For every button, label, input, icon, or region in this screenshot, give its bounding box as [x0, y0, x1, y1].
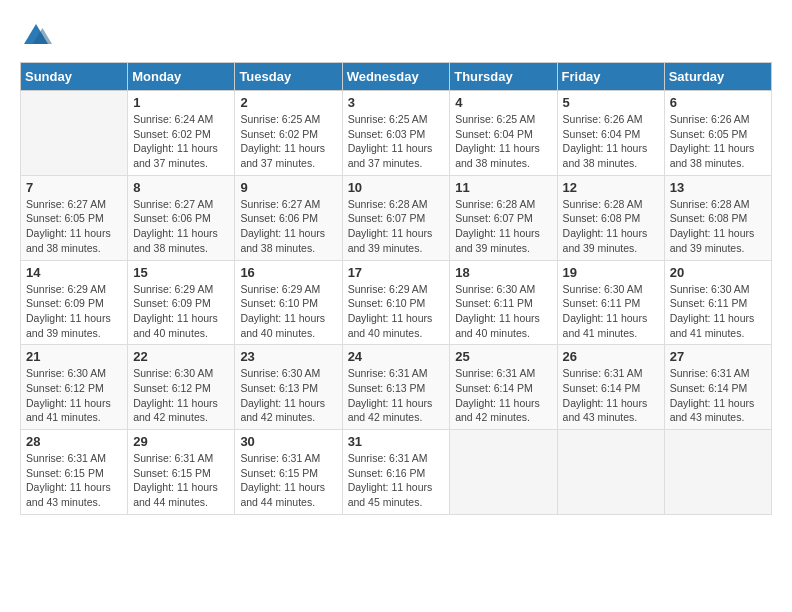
- calendar-cell: 13Sunrise: 6:28 AMSunset: 6:08 PMDayligh…: [664, 175, 771, 260]
- day-header-saturday: Saturday: [664, 63, 771, 91]
- day-number: 9: [240, 180, 336, 195]
- logo-icon: [20, 20, 52, 52]
- calendar-cell: 10Sunrise: 6:28 AMSunset: 6:07 PMDayligh…: [342, 175, 450, 260]
- calendar-cell: 20Sunrise: 6:30 AMSunset: 6:11 PMDayligh…: [664, 260, 771, 345]
- day-number: 7: [26, 180, 122, 195]
- calendar-week-row: 1Sunrise: 6:24 AMSunset: 6:02 PMDaylight…: [21, 91, 772, 176]
- day-number: 31: [348, 434, 445, 449]
- day-info: Sunrise: 6:27 AMSunset: 6:06 PMDaylight:…: [133, 197, 229, 256]
- calendar-cell: 5Sunrise: 6:26 AMSunset: 6:04 PMDaylight…: [557, 91, 664, 176]
- day-number: 5: [563, 95, 659, 110]
- calendar-cell: 9Sunrise: 6:27 AMSunset: 6:06 PMDaylight…: [235, 175, 342, 260]
- page-header: [20, 20, 772, 52]
- day-info: Sunrise: 6:25 AMSunset: 6:04 PMDaylight:…: [455, 112, 551, 171]
- day-number: 18: [455, 265, 551, 280]
- day-number: 8: [133, 180, 229, 195]
- calendar-cell: 18Sunrise: 6:30 AMSunset: 6:11 PMDayligh…: [450, 260, 557, 345]
- calendar-cell: 17Sunrise: 6:29 AMSunset: 6:10 PMDayligh…: [342, 260, 450, 345]
- day-number: 1: [133, 95, 229, 110]
- day-header-monday: Monday: [128, 63, 235, 91]
- day-number: 21: [26, 349, 122, 364]
- day-info: Sunrise: 6:31 AMSunset: 6:16 PMDaylight:…: [348, 451, 445, 510]
- calendar-cell: 7Sunrise: 6:27 AMSunset: 6:05 PMDaylight…: [21, 175, 128, 260]
- day-info: Sunrise: 6:25 AMSunset: 6:02 PMDaylight:…: [240, 112, 336, 171]
- day-info: Sunrise: 6:31 AMSunset: 6:15 PMDaylight:…: [240, 451, 336, 510]
- day-header-thursday: Thursday: [450, 63, 557, 91]
- day-info: Sunrise: 6:30 AMSunset: 6:12 PMDaylight:…: [133, 366, 229, 425]
- day-number: 10: [348, 180, 445, 195]
- day-number: 24: [348, 349, 445, 364]
- calendar-cell: 28Sunrise: 6:31 AMSunset: 6:15 PMDayligh…: [21, 430, 128, 515]
- day-number: 20: [670, 265, 766, 280]
- day-info: Sunrise: 6:29 AMSunset: 6:10 PMDaylight:…: [348, 282, 445, 341]
- day-number: 3: [348, 95, 445, 110]
- calendar-cell: 14Sunrise: 6:29 AMSunset: 6:09 PMDayligh…: [21, 260, 128, 345]
- day-info: Sunrise: 6:29 AMSunset: 6:09 PMDaylight:…: [133, 282, 229, 341]
- day-number: 12: [563, 180, 659, 195]
- calendar-cell: 23Sunrise: 6:30 AMSunset: 6:13 PMDayligh…: [235, 345, 342, 430]
- calendar-week-row: 28Sunrise: 6:31 AMSunset: 6:15 PMDayligh…: [21, 430, 772, 515]
- calendar-cell: 15Sunrise: 6:29 AMSunset: 6:09 PMDayligh…: [128, 260, 235, 345]
- day-number: 17: [348, 265, 445, 280]
- day-info: Sunrise: 6:29 AMSunset: 6:10 PMDaylight:…: [240, 282, 336, 341]
- day-info: Sunrise: 6:24 AMSunset: 6:02 PMDaylight:…: [133, 112, 229, 171]
- day-info: Sunrise: 6:27 AMSunset: 6:06 PMDaylight:…: [240, 197, 336, 256]
- calendar-cell: 21Sunrise: 6:30 AMSunset: 6:12 PMDayligh…: [21, 345, 128, 430]
- calendar-cell: [557, 430, 664, 515]
- calendar-cell: 31Sunrise: 6:31 AMSunset: 6:16 PMDayligh…: [342, 430, 450, 515]
- day-number: 11: [455, 180, 551, 195]
- day-number: 29: [133, 434, 229, 449]
- day-header-sunday: Sunday: [21, 63, 128, 91]
- day-number: 19: [563, 265, 659, 280]
- day-info: Sunrise: 6:28 AMSunset: 6:07 PMDaylight:…: [348, 197, 445, 256]
- calendar-week-row: 7Sunrise: 6:27 AMSunset: 6:05 PMDaylight…: [21, 175, 772, 260]
- day-number: 23: [240, 349, 336, 364]
- day-number: 30: [240, 434, 336, 449]
- calendar-cell: 12Sunrise: 6:28 AMSunset: 6:08 PMDayligh…: [557, 175, 664, 260]
- day-number: 4: [455, 95, 551, 110]
- day-info: Sunrise: 6:28 AMSunset: 6:07 PMDaylight:…: [455, 197, 551, 256]
- day-number: 2: [240, 95, 336, 110]
- calendar-cell: 8Sunrise: 6:27 AMSunset: 6:06 PMDaylight…: [128, 175, 235, 260]
- calendar-cell: 26Sunrise: 6:31 AMSunset: 6:14 PMDayligh…: [557, 345, 664, 430]
- calendar-cell: 6Sunrise: 6:26 AMSunset: 6:05 PMDaylight…: [664, 91, 771, 176]
- day-number: 15: [133, 265, 229, 280]
- day-info: Sunrise: 6:31 AMSunset: 6:14 PMDaylight:…: [670, 366, 766, 425]
- day-info: Sunrise: 6:30 AMSunset: 6:11 PMDaylight:…: [670, 282, 766, 341]
- calendar-cell: 24Sunrise: 6:31 AMSunset: 6:13 PMDayligh…: [342, 345, 450, 430]
- calendar-cell: [450, 430, 557, 515]
- day-info: Sunrise: 6:31 AMSunset: 6:15 PMDaylight:…: [26, 451, 122, 510]
- day-info: Sunrise: 6:25 AMSunset: 6:03 PMDaylight:…: [348, 112, 445, 171]
- day-number: 28: [26, 434, 122, 449]
- calendar-cell: 16Sunrise: 6:29 AMSunset: 6:10 PMDayligh…: [235, 260, 342, 345]
- day-number: 13: [670, 180, 766, 195]
- calendar-week-row: 14Sunrise: 6:29 AMSunset: 6:09 PMDayligh…: [21, 260, 772, 345]
- day-info: Sunrise: 6:30 AMSunset: 6:11 PMDaylight:…: [563, 282, 659, 341]
- day-number: 26: [563, 349, 659, 364]
- day-number: 25: [455, 349, 551, 364]
- day-info: Sunrise: 6:28 AMSunset: 6:08 PMDaylight:…: [563, 197, 659, 256]
- day-info: Sunrise: 6:30 AMSunset: 6:12 PMDaylight:…: [26, 366, 122, 425]
- calendar-cell: 2Sunrise: 6:25 AMSunset: 6:02 PMDaylight…: [235, 91, 342, 176]
- calendar-table: SundayMondayTuesdayWednesdayThursdayFrid…: [20, 62, 772, 515]
- calendar-cell: 30Sunrise: 6:31 AMSunset: 6:15 PMDayligh…: [235, 430, 342, 515]
- day-info: Sunrise: 6:31 AMSunset: 6:14 PMDaylight:…: [455, 366, 551, 425]
- calendar-cell: 1Sunrise: 6:24 AMSunset: 6:02 PMDaylight…: [128, 91, 235, 176]
- calendar-header-row: SundayMondayTuesdayWednesdayThursdayFrid…: [21, 63, 772, 91]
- calendar-cell: 29Sunrise: 6:31 AMSunset: 6:15 PMDayligh…: [128, 430, 235, 515]
- day-info: Sunrise: 6:30 AMSunset: 6:11 PMDaylight:…: [455, 282, 551, 341]
- calendar-cell: 27Sunrise: 6:31 AMSunset: 6:14 PMDayligh…: [664, 345, 771, 430]
- calendar-cell: 22Sunrise: 6:30 AMSunset: 6:12 PMDayligh…: [128, 345, 235, 430]
- calendar-cell: [664, 430, 771, 515]
- day-info: Sunrise: 6:27 AMSunset: 6:05 PMDaylight:…: [26, 197, 122, 256]
- calendar-cell: [21, 91, 128, 176]
- calendar-cell: 25Sunrise: 6:31 AMSunset: 6:14 PMDayligh…: [450, 345, 557, 430]
- day-number: 6: [670, 95, 766, 110]
- day-info: Sunrise: 6:28 AMSunset: 6:08 PMDaylight:…: [670, 197, 766, 256]
- calendar-week-row: 21Sunrise: 6:30 AMSunset: 6:12 PMDayligh…: [21, 345, 772, 430]
- day-number: 16: [240, 265, 336, 280]
- day-info: Sunrise: 6:30 AMSunset: 6:13 PMDaylight:…: [240, 366, 336, 425]
- calendar-cell: 4Sunrise: 6:25 AMSunset: 6:04 PMDaylight…: [450, 91, 557, 176]
- day-info: Sunrise: 6:31 AMSunset: 6:14 PMDaylight:…: [563, 366, 659, 425]
- logo: [20, 20, 56, 52]
